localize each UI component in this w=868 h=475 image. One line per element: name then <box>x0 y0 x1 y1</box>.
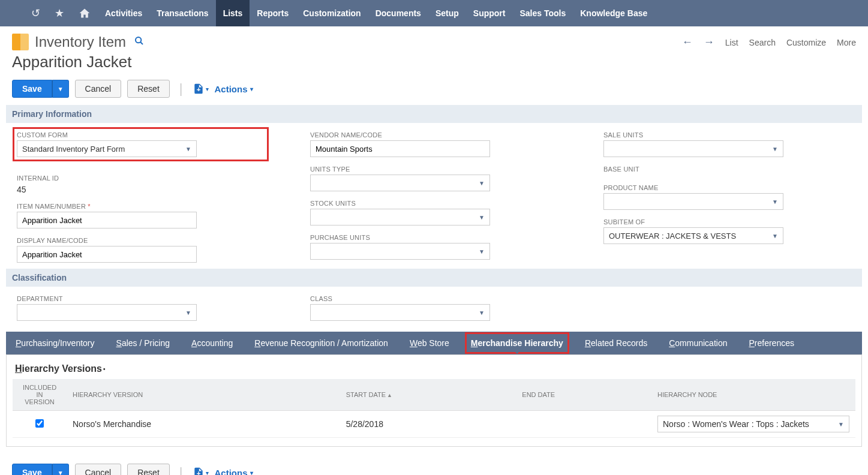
actions-menu-bottom[interactable]: Actions ▾ <box>215 468 253 476</box>
tab-sales-pricing[interactable]: Sales / Pricing <box>112 333 175 353</box>
included-checkbox[interactable] <box>35 419 44 428</box>
nav-reports[interactable]: Reports <box>250 0 296 26</box>
tab-revenue-recognition[interactable]: Revenue Recognition / Amortization <box>250 333 393 353</box>
nav-transactions[interactable]: Transactions <box>149 0 215 26</box>
col-hierarchy-version[interactable]: HIERARCHY VERSION <box>67 379 340 411</box>
purchase-units-select[interactable]: ▼ <box>310 243 490 260</box>
next-record-arrow[interactable]: → <box>704 36 714 49</box>
sale-units-field: SALE UNITS ▼ <box>603 131 851 157</box>
product-name-select[interactable]: ▼ <box>603 193 783 210</box>
chevron-down-icon: ▼ <box>772 146 778 152</box>
button-bar: Save ▼ Cancel Reset | + ▾ Actions ▾ <box>0 75 868 105</box>
internal-id-label: INTERNAL ID <box>17 175 265 182</box>
history-icon[interactable]: ↺ <box>24 0 47 26</box>
purchase-units-field: PURCHASE UNITS ▼ <box>310 234 558 260</box>
vendor-name-field: VENDOR NAME/CODE <box>310 131 558 157</box>
vendor-name-input[interactable] <box>310 140 490 157</box>
nav-documents[interactable]: Documents <box>368 0 428 26</box>
tab-purchasing-inventory[interactable]: Purchasing/Inventory <box>11 333 100 353</box>
page-header: Inventory Item Apparition Jacket ← → Lis… <box>0 26 868 75</box>
nav-setup[interactable]: Setup <box>428 0 466 26</box>
sale-units-label: SALE UNITS <box>603 131 851 139</box>
save-button[interactable]: Save <box>12 80 52 98</box>
customize-link[interactable]: Customize <box>786 38 826 47</box>
units-type-select[interactable]: ▼ <box>310 175 490 191</box>
chevron-down-icon: ▼ <box>185 309 191 316</box>
hierarchy-node-select[interactable]: Norso : Women's Wear : Tops : Jackets▼ <box>657 416 849 432</box>
reset-button[interactable]: Reset <box>127 80 170 98</box>
section-classification: Classification <box>6 269 862 287</box>
product-name-field: PRODUCT NAME ▼ <box>603 184 851 210</box>
subtab-content: Hierarchy Versions• INCLUDEDINVERSION HI… <box>6 354 862 447</box>
nav-activities[interactable]: Activities <box>98 0 149 26</box>
tab-web-store[interactable]: Web Store <box>405 333 454 353</box>
chevron-down-icon: ▼ <box>185 146 191 152</box>
tab-merchandise-hierarchy[interactable]: Merchandise Hierarchy <box>466 333 568 353</box>
tab-related-records[interactable]: Related Records <box>580 333 652 353</box>
nav-sales-tools[interactable]: Sales Tools <box>512 0 573 26</box>
chevron-down-icon: ▼ <box>772 199 778 205</box>
col-end-date[interactable]: END DATE <box>516 379 651 411</box>
item-name-label: ITEM NAME/NUMBER * <box>17 203 265 210</box>
subitem-of-field: SUBITEM OF OUTERWEAR : JACKETS & VESTS▼ <box>603 218 851 244</box>
hierarchy-versions-table: INCLUDEDINVERSION HIERARCHY VERSION STAR… <box>13 379 855 438</box>
chevron-down-icon: ▼ <box>479 214 485 221</box>
nav-customization[interactable]: Customization <box>296 0 368 26</box>
header-right-actions: ← → List Search Customize More <box>682 36 856 49</box>
col-hierarchy-node[interactable]: HIERARCHY NODE <box>651 379 855 411</box>
attach-icon-bottom[interactable]: + ▾ <box>193 467 209 475</box>
item-name-field: ITEM NAME/NUMBER * <box>17 203 265 229</box>
col-start-date[interactable]: START DATE▲ <box>340 379 516 411</box>
nav-lists[interactable]: Lists <box>216 0 250 26</box>
cancel-button[interactable]: Cancel <box>75 80 122 98</box>
save-dropdown-caret[interactable]: ▼ <box>52 80 69 98</box>
search-icon[interactable] <box>134 36 144 48</box>
tab-bar: Purchasing/Inventory Sales / Pricing Acc… <box>6 332 862 354</box>
chevron-down-icon: ▼ <box>838 421 844 428</box>
attach-icon[interactable]: + ▾ <box>193 83 209 95</box>
svg-point-0 <box>136 37 141 43</box>
custom-form-select[interactable]: Standard Inventory Part Form▼ <box>17 140 197 157</box>
svg-text:+: + <box>196 85 200 93</box>
subitem-of-select[interactable]: OUTERWEAR : JACKETS & VESTS▼ <box>603 227 783 244</box>
nav-support[interactable]: Support <box>466 0 513 26</box>
search-link[interactable]: Search <box>749 38 776 47</box>
star-icon[interactable]: ★ <box>47 0 71 26</box>
units-type-label: UNITS TYPE <box>310 166 558 173</box>
actions-menu[interactable]: Actions ▾ <box>215 84 253 94</box>
button-bar-bottom: Save ▼ Cancel Reset | + ▾ Actions ▾ <box>0 459 868 475</box>
tab-communication[interactable]: Communication <box>664 333 732 353</box>
svg-text:+: + <box>196 469 200 475</box>
display-name-field: DISPLAY NAME/CODE <box>17 237 265 263</box>
table-row[interactable]: Norso's Merchandise 5/28/2018 Norso : Wo… <box>13 411 855 438</box>
reset-button-bottom[interactable]: Reset <box>127 464 170 475</box>
department-select[interactable]: ▼ <box>17 304 197 321</box>
vendor-name-label: VENDOR NAME/CODE <box>310 131 558 139</box>
nav-knowledge-base[interactable]: Knowledge Base <box>573 0 654 26</box>
class-field: CLASS ▼ <box>310 295 558 321</box>
home-icon[interactable] <box>71 0 98 26</box>
stock-units-field: STOCK UNITS ▼ <box>310 200 558 226</box>
section-primary-info: Primary Information <box>6 105 862 123</box>
display-name-input[interactable] <box>17 246 197 263</box>
prev-record-arrow[interactable]: ← <box>682 36 693 49</box>
class-select[interactable]: ▼ <box>310 304 490 321</box>
tab-accounting[interactable]: Accounting <box>187 333 238 353</box>
list-link[interactable]: List <box>725 38 738 47</box>
save-button-bottom[interactable]: Save <box>12 464 52 475</box>
item-name-input[interactable] <box>17 212 197 229</box>
cancel-button-bottom[interactable]: Cancel <box>75 464 122 475</box>
custom-form-field: CUSTOM FORM Standard Inventory Part Form… <box>13 127 269 161</box>
save-dropdown-caret-bottom[interactable]: ▼ <box>52 464 69 475</box>
sale-units-select[interactable]: ▼ <box>603 140 783 157</box>
tab-preferences[interactable]: Preferences <box>744 333 799 353</box>
col-included[interactable]: INCLUDEDINVERSION <box>13 379 67 411</box>
separator: | <box>179 465 183 475</box>
more-link[interactable]: More <box>837 38 856 47</box>
stock-units-select[interactable]: ▼ <box>310 209 490 226</box>
primary-form: CUSTOM FORM Standard Inventory Part Form… <box>0 123 868 269</box>
inventory-item-icon <box>12 34 29 50</box>
department-field: DEPARTMENT ▼ <box>17 295 265 321</box>
hierarchy-versions-title[interactable]: Hierarchy Versions• <box>13 363 855 379</box>
chevron-down-icon: ▼ <box>479 180 485 187</box>
